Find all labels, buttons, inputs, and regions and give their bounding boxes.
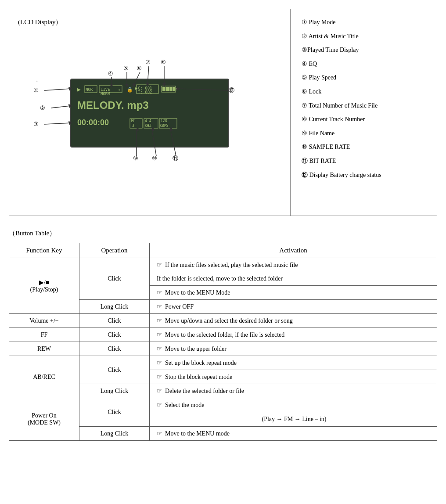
- operation-long-click-play: Long Click: [79, 300, 150, 314]
- button-table: Function Key Operation Activation ▶/■(Pl…: [9, 243, 437, 441]
- svg-line-43: [51, 106, 71, 108]
- col-header-function-key: Function Key: [9, 243, 79, 258]
- lcd-diagram-area: (LCD Display） ▶ NOR LIVE NORM ◄ 🔒 C: 001…: [9, 9, 291, 216]
- activation-ff: Move to the selected folder, if the file…: [150, 328, 437, 342]
- operation-click-play: Click: [79, 258, 150, 300]
- svg-text:LIVE: LIVE: [101, 87, 110, 92]
- func-key-power-on: Power On(MODE SW): [9, 398, 79, 441]
- svg-text:⑦: ⑦: [145, 59, 151, 65]
- annotation-6: ⑥ Lock: [302, 87, 426, 96]
- svg-text:MELODY. mp3: MELODY. mp3: [77, 99, 149, 111]
- lcd-annotations-list: ① Play Mode ② Artist & Music Title ③Play…: [291, 9, 437, 216]
- svg-text:T: 002: T: 002: [138, 90, 152, 94]
- svg-text:◄: ◄: [118, 88, 120, 92]
- operation-click-rew: Click: [79, 342, 150, 356]
- func-key-ff: FF: [9, 328, 79, 342]
- svg-text:⑪: ⑪: [173, 155, 178, 162]
- svg-text:▶: ▶: [77, 86, 81, 93]
- table-row: Power On(MODE SW) Click Select the mode: [9, 398, 437, 412]
- activation-abrec-2: Stop the block repeat mode: [150, 370, 437, 384]
- activation-power-2: (Play → FM → Line－in): [150, 412, 437, 427]
- col-header-operation: Operation: [79, 243, 150, 258]
- activation-power-1: Select the mode: [150, 398, 437, 412]
- svg-text:NOR: NOR: [86, 87, 93, 92]
- func-key-volume: Volume +/−: [9, 314, 79, 328]
- activation-rew: Move to the upper folder: [150, 342, 437, 356]
- svg-text:KHZ: KHZ: [145, 124, 151, 128]
- activation-abrec-1: Set up the block repeat mode: [150, 356, 437, 370]
- svg-text:①: ①: [33, 87, 39, 94]
- svg-text:🔒: 🔒: [127, 86, 133, 93]
- activation-abrec-3: Delete the selected folder or file: [150, 384, 437, 398]
- svg-text:NORM: NORM: [101, 92, 110, 96]
- svg-rect-14: [176, 88, 177, 90]
- svg-text:128: 128: [161, 119, 167, 123]
- svg-text:⑧: ⑧: [161, 59, 166, 65]
- func-key-play-stop: ▶/■(Play/Stop): [9, 258, 79, 314]
- annotation-2: ② Artist & Music Title: [302, 32, 426, 41]
- table-row: AB/REC Click Set up the block repeat mod…: [9, 356, 437, 370]
- activation-play-3: Move to the MENU Mode: [150, 286, 437, 300]
- annotation-5: ⑤ Play Speed: [302, 73, 426, 82]
- func-key-abrec: AB/REC: [9, 356, 79, 398]
- svg-text:MP: MP: [131, 119, 136, 123]
- svg-text:⑥: ⑥: [137, 65, 142, 72]
- operation-long-click-abrec: Long Click: [79, 384, 150, 398]
- svg-text:3: 3: [132, 124, 134, 128]
- lcd-display-section: (LCD Display） ▶ NOR LIVE NORM ◄ 🔒 C: 001…: [9, 9, 437, 216]
- svg-text:②: ②: [40, 104, 45, 111]
- svg-text:⑩: ⑩: [152, 155, 157, 162]
- annotation-7: ⑦ Total Number of Music File: [302, 101, 426, 110]
- svg-text:4 4: 4 4: [145, 119, 151, 123]
- annotation-11: ⑪ BIT RATE: [302, 157, 426, 166]
- annotation-12: ⑫ Display Battery charge status: [302, 171, 426, 180]
- operation-long-click-power: Long Click: [79, 427, 150, 441]
- activation-power-off: Power OFF: [150, 300, 437, 314]
- func-key-rew: REW: [9, 342, 79, 356]
- button-table-title: （Button Table）: [9, 229, 437, 238]
- activation-play-2: If the folder is selected, move to the s…: [150, 272, 437, 286]
- annotation-9: ⑨ File Name: [302, 129, 426, 138]
- annotation-10: ⑩ SAMPLE RATE: [302, 143, 426, 151]
- activation-power-3: Move to the MENU mode: [150, 427, 437, 441]
- operation-click-volume: Click: [79, 314, 150, 328]
- svg-text:⑫: ⑫: [229, 87, 234, 94]
- activation-play-1: If the music files selected, play the se…: [150, 258, 437, 272]
- svg-line-41: [44, 89, 71, 90]
- svg-rect-18: [173, 87, 175, 91]
- svg-text:▶: ▶: [135, 86, 138, 90]
- svg-text:KBPS: KBPS: [160, 124, 168, 128]
- table-row: FF Click Move to the selected folder, if…: [9, 328, 437, 342]
- svg-rect-17: [169, 87, 173, 91]
- svg-rect-15: [162, 87, 165, 91]
- lcd-diagram-svg: ▶ NOR LIVE NORM ◄ 🔒 C: 001 T: 002 ▶: [18, 35, 281, 206]
- annotation-8: ⑧ Current Track Number: [302, 115, 426, 124]
- annotation-1: ① Play Mode: [302, 18, 426, 27]
- svg-text:④: ④: [108, 70, 113, 77]
- svg-text:⑨: ⑨: [133, 155, 138, 162]
- svg-line-45: [44, 123, 71, 124]
- operation-click-power: Click: [79, 398, 150, 427]
- annotation-4: ④ EQ: [302, 60, 426, 68]
- activation-volume: Move up/down and select the desired fold…: [150, 314, 437, 328]
- svg-text:③: ③: [33, 121, 39, 127]
- button-table-section: （Button Table） Function Key Operation Ac…: [9, 229, 437, 441]
- table-row: REW Click Move to the upper folder: [9, 342, 437, 356]
- svg-text:⑤: ⑤: [123, 65, 129, 72]
- svg-rect-16: [166, 87, 169, 91]
- annotation-3: ③Played Time Display: [302, 46, 426, 54]
- col-header-activation: Activation: [150, 243, 437, 258]
- operation-click-abrec: Click: [79, 356, 150, 384]
- svg-text:、: 、: [36, 76, 42, 83]
- lcd-title: (LCD Display）: [18, 18, 281, 26]
- svg-text:00:00:00: 00:00:00: [77, 118, 109, 127]
- operation-click-ff: Click: [79, 328, 150, 342]
- table-row: ▶/■(Play/Stop) Click If the music files …: [9, 258, 437, 272]
- table-row: Volume +/− Click Move up/down and select…: [9, 314, 437, 328]
